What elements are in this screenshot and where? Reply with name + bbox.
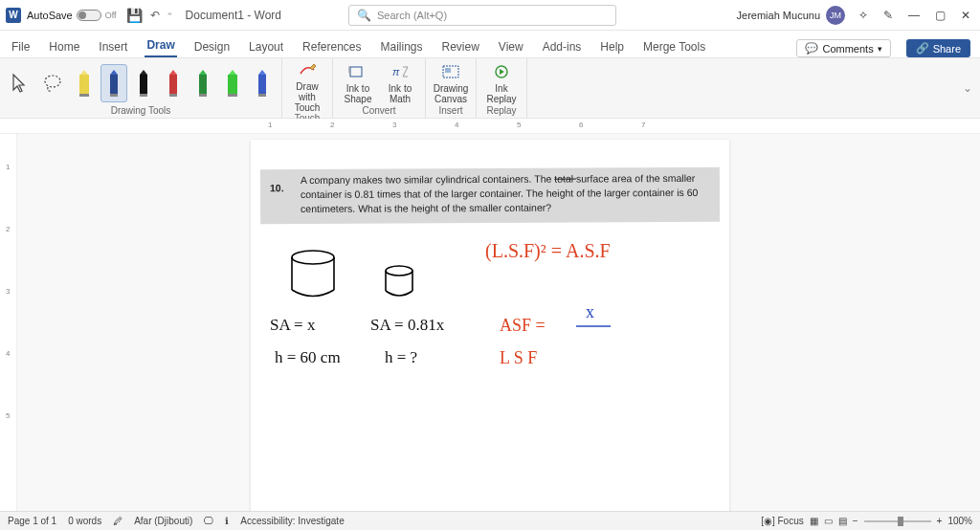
share-icon: 🔗 bbox=[916, 42, 929, 55]
touch-icon bbox=[297, 60, 318, 79]
svg-rect-7 bbox=[169, 75, 177, 94]
status-language[interactable]: Afar (Djibouti) bbox=[134, 516, 192, 526]
horizontal-ruler[interactable]: 1234567 bbox=[0, 119, 980, 134]
tab-merge-tools[interactable]: Merge Tools bbox=[641, 36, 707, 57]
close-button[interactable]: ✕ bbox=[961, 9, 970, 22]
canvas-icon bbox=[440, 62, 461, 81]
vruler-tick: 3 bbox=[6, 287, 10, 296]
drawing-canvas-button[interactable]: Drawing Canvas bbox=[432, 62, 470, 104]
pen-2[interactable] bbox=[130, 64, 157, 102]
word-app-icon: W bbox=[6, 8, 21, 23]
svg-rect-13 bbox=[258, 75, 266, 94]
vruler-tick: 5 bbox=[6, 411, 10, 420]
ruler-tick: 3 bbox=[392, 121, 396, 129]
vruler-tick: 1 bbox=[6, 163, 10, 171]
svg-rect-15 bbox=[350, 67, 362, 77]
ink-lsf: L S F bbox=[500, 348, 537, 368]
vertical-ruler[interactable]: 12345 bbox=[0, 134, 17, 511]
tab-layout[interactable]: Layout bbox=[247, 36, 285, 57]
spellcheck-icon[interactable]: 🖉 bbox=[113, 516, 122, 526]
autosave-toggle[interactable]: AutoSave Off bbox=[27, 10, 117, 21]
tab-design[interactable]: Design bbox=[192, 36, 232, 57]
svg-rect-10 bbox=[199, 94, 207, 97]
avatar: JM bbox=[826, 6, 845, 25]
share-button[interactable]: 🔗 Share bbox=[906, 39, 970, 57]
vruler-tick: 2 bbox=[6, 225, 10, 233]
maximize-button[interactable]: ▢ bbox=[935, 9, 946, 22]
status-words[interactable]: 0 words bbox=[68, 516, 101, 526]
ruler-tick: 7 bbox=[641, 121, 645, 129]
pen-3[interactable] bbox=[160, 64, 187, 102]
accessibility-icon[interactable]: ℹ bbox=[225, 516, 229, 526]
tab-help[interactable]: Help bbox=[598, 36, 626, 57]
svg-point-20 bbox=[292, 251, 334, 264]
pen-5[interactable] bbox=[219, 64, 246, 102]
comments-icon: 💬 bbox=[805, 42, 818, 55]
status-page[interactable]: Page 1 of 1 bbox=[8, 516, 56, 526]
copilot-icon[interactable]: ✧ bbox=[858, 9, 868, 22]
autosave-switch-icon[interactable] bbox=[77, 10, 101, 21]
svg-rect-5 bbox=[140, 75, 147, 94]
pen-0[interactable] bbox=[71, 64, 98, 102]
select-tool[interactable] bbox=[6, 64, 34, 102]
save-icon[interactable]: 💾 bbox=[126, 8, 143, 23]
pen-1[interactable] bbox=[100, 64, 127, 102]
document-page[interactable]: 10. A company makes two similar cylindri… bbox=[251, 140, 729, 511]
web-layout-view-icon[interactable]: ▤ bbox=[838, 516, 847, 526]
pen-6[interactable] bbox=[249, 64, 276, 102]
chevron-down-icon: ▾ bbox=[878, 44, 882, 54]
svg-rect-12 bbox=[228, 94, 237, 97]
ink-to-math-button[interactable]: π Ink to Math bbox=[381, 62, 419, 104]
search-icon: 🔍 bbox=[357, 9, 371, 22]
zoom-slider[interactable] bbox=[864, 520, 931, 522]
svg-rect-3 bbox=[110, 75, 118, 94]
qat-dropdown-icon[interactable]: ⁼ bbox=[167, 11, 172, 20]
svg-text:π: π bbox=[392, 66, 400, 77]
search-input[interactable]: 🔍 Search (Alt+Q) bbox=[348, 5, 616, 26]
svg-rect-9 bbox=[199, 75, 207, 94]
status-accessibility[interactable]: Accessibility: Investigate bbox=[240, 516, 344, 526]
ink-formula: (L.S.F)² = A.S.F bbox=[485, 240, 611, 262]
tab-addins[interactable]: Add-ins bbox=[541, 36, 584, 57]
ink-h-small: h = ? bbox=[385, 348, 417, 367]
tab-view[interactable]: View bbox=[497, 36, 525, 57]
zoom-level[interactable]: 100% bbox=[947, 516, 972, 526]
zoom-in-button[interactable]: + bbox=[937, 516, 943, 526]
pen-4[interactable] bbox=[189, 64, 216, 102]
print-layout-view-icon[interactable]: ▦ bbox=[810, 516, 818, 526]
tab-draw[interactable]: Draw bbox=[145, 34, 176, 57]
ruler-tick: 1 bbox=[268, 121, 272, 129]
lasso-tool[interactable] bbox=[38, 64, 67, 102]
draw-with-touch-button[interactable]: Draw with Touch bbox=[288, 60, 326, 113]
focus-mode-button[interactable]: [◉] Focus bbox=[761, 516, 804, 526]
tab-home[interactable]: Home bbox=[47, 36, 81, 57]
ink-to-shape-button[interactable]: Ink to Shape bbox=[339, 62, 377, 104]
ink-sa-large: SA = x bbox=[270, 316, 315, 335]
ribbon: Drawing Tools Draw with Touch Touch Ink … bbox=[0, 57, 980, 119]
tab-references[interactable]: References bbox=[301, 36, 363, 57]
comments-button[interactable]: 💬 Comments ▾ bbox=[796, 39, 890, 57]
svg-rect-18 bbox=[445, 68, 451, 73]
tab-insert[interactable]: Insert bbox=[97, 36, 129, 57]
group-drawing-tools: Drawing Tools bbox=[6, 105, 276, 118]
svg-rect-2 bbox=[79, 94, 89, 97]
collapse-ribbon-icon[interactable]: ⌄ bbox=[963, 81, 972, 95]
minimize-button[interactable]: — bbox=[908, 9, 920, 22]
small-cylinder-drawing bbox=[380, 264, 418, 305]
ribbon-tabs: File Home Insert Draw Design Layout Refe… bbox=[0, 31, 980, 57]
read-mode-view-icon[interactable]: ▭ bbox=[824, 516, 833, 526]
autosave-state: Off bbox=[105, 11, 117, 20]
ink-canvas[interactable]: (L.S.F)² = A.S.F SA = x SA = 0.81x h = 6… bbox=[251, 140, 729, 511]
tab-review[interactable]: Review bbox=[440, 36, 481, 57]
ribbon-options-icon[interactable]: ✎ bbox=[883, 9, 893, 22]
account-button[interactable]: Jeremiah Mucunu JM bbox=[737, 6, 845, 25]
tab-mailings[interactable]: Mailings bbox=[378, 36, 424, 57]
ruler-tick: 4 bbox=[455, 121, 458, 129]
display-settings-icon[interactable]: 🖵 bbox=[204, 516, 213, 526]
undo-icon[interactable]: ↶ bbox=[150, 9, 160, 22]
autosave-label: AutoSave bbox=[27, 10, 73, 21]
zoom-out-button[interactable]: − bbox=[853, 516, 858, 526]
ruler-tick: 5 bbox=[517, 121, 521, 129]
ink-replay-button[interactable]: Ink Replay bbox=[482, 62, 521, 104]
tab-file[interactable]: File bbox=[10, 36, 32, 57]
